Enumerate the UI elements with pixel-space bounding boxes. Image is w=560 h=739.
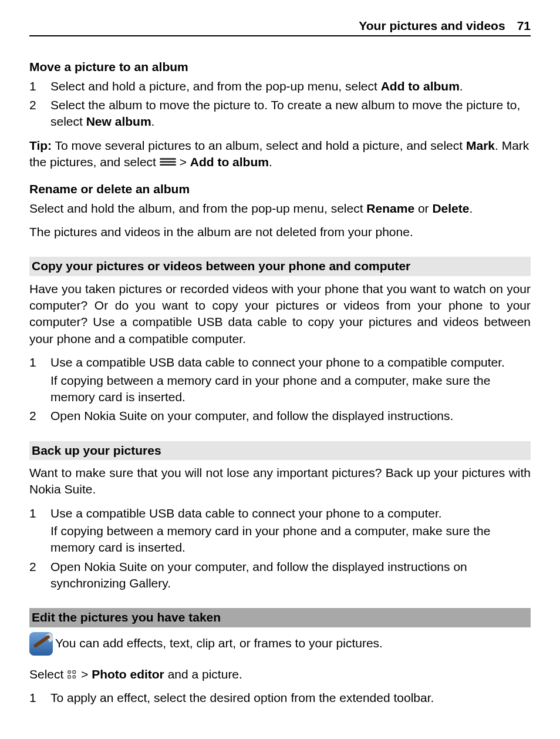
bold-text: Photo editor	[92, 667, 164, 681]
heading-backup-pictures: Back up your pictures	[29, 441, 531, 460]
heading-move-picture: Move a picture to an album	[29, 59, 531, 75]
edit-steps: 1 To apply an effect, select the desired…	[29, 690, 531, 706]
paragraph: The pictures and videos in the album are…	[29, 224, 531, 240]
text: Use a compatible USB data cable to conne…	[50, 506, 442, 520]
text: >	[176, 155, 190, 169]
svg-point-3	[73, 676, 76, 678]
text: and a picture.	[164, 667, 242, 681]
text: .	[469, 201, 473, 215]
step-number: 1	[29, 78, 50, 95]
paragraph: Have you taken pictures or recorded vide…	[29, 281, 531, 347]
step-number: 1	[29, 354, 50, 405]
paragraph: Want to make sure that you will not lose…	[29, 465, 531, 498]
text: .	[269, 155, 272, 169]
step-text: Open Nokia Suite on your computer, and f…	[50, 408, 531, 424]
list-item: 2 Open Nokia Suite on your computer, and…	[29, 408, 531, 424]
tip-label: Tip:	[29, 139, 52, 152]
bold-text: Rename	[366, 201, 414, 215]
svg-point-0	[68, 670, 71, 673]
text: .	[151, 115, 155, 128]
apps-grid-icon	[67, 668, 77, 678]
list-item: 1 Use a compatible USB data cable to con…	[29, 505, 531, 556]
step-text: Use a compatible USB data cable to conne…	[50, 354, 531, 405]
step-text: To apply an effect, select the desired o…	[50, 690, 531, 706]
heading-rename-delete: Rename or delete an album	[29, 181, 531, 197]
list-item: 2 Select the album to move the picture t…	[29, 97, 531, 130]
step-number: 2	[29, 408, 50, 424]
step-text: Use a compatible USB data cable to conne…	[50, 505, 531, 556]
bold-text: New album	[86, 115, 151, 128]
step-text: Open Nokia Suite on your computer, and f…	[50, 559, 531, 592]
text: Select and hold the album, and from the …	[29, 201, 366, 215]
menu-icon	[160, 157, 176, 167]
bold-text: Delete	[432, 201, 469, 215]
bold-text: Add to album	[381, 79, 460, 93]
list-item: 1 To apply an effect, select the desired…	[29, 690, 531, 706]
list-item: 2 Open Nokia Suite on your computer, and…	[29, 559, 531, 592]
copy-steps: 1 Use a compatible USB data cable to con…	[29, 354, 531, 424]
svg-rect-1	[73, 670, 76, 673]
page-header: Your pictures and videos 71	[29, 18, 531, 36]
step-text: Select the album to move the picture to.…	[50, 97, 531, 130]
step-number: 2	[29, 97, 50, 130]
paragraph: Select > Photo editor and a picture.	[29, 666, 531, 683]
page: Your pictures and videos 71 Move a pictu…	[0, 0, 560, 739]
bold-text: Add to album	[190, 155, 269, 169]
photo-editor-icon	[29, 632, 53, 656]
svg-rect-2	[68, 676, 71, 678]
step-number: 2	[29, 559, 50, 592]
text: Select	[29, 667, 67, 681]
step-number: 1	[29, 505, 50, 556]
move-picture-steps: 1 Select and hold a picture, and from th…	[29, 78, 531, 130]
edit-intro-row: You can add effects, text, clip art, or …	[29, 632, 531, 656]
list-item: 1 Use a compatible USB data cable to con…	[29, 354, 531, 405]
step-subtext: If copying between a memory card in your…	[50, 523, 531, 556]
step-number: 1	[29, 690, 50, 706]
page-number: 71	[517, 18, 531, 34]
backup-steps: 1 Use a compatible USB data cable to con…	[29, 505, 531, 592]
paragraph: Select and hold the album, and from the …	[29, 200, 531, 217]
text: or	[414, 201, 432, 215]
text: Select and hold a picture, and from the …	[50, 79, 381, 93]
list-item: 1 Select and hold a picture, and from th…	[29, 78, 531, 95]
text: >	[77, 667, 92, 681]
step-text: Select and hold a picture, and from the …	[50, 78, 531, 95]
tip-paragraph: Tip: To move several pictures to an albu…	[29, 137, 531, 171]
step-subtext: If copying between a memory card in your…	[50, 372, 531, 406]
heading-edit-pictures: Edit the pictures you have taken	[29, 608, 531, 627]
heading-copy-pictures: Copy your pictures or videos between you…	[29, 257, 531, 276]
text: Use a compatible USB data cable to conne…	[50, 355, 505, 369]
header-section-title: Your pictures and videos	[359, 18, 505, 34]
paragraph: You can add effects, text, clip art, or …	[55, 635, 383, 651]
text: To move several pictures to an album, se…	[52, 139, 466, 152]
text: .	[460, 79, 463, 93]
bold-text: Mark	[466, 139, 495, 152]
